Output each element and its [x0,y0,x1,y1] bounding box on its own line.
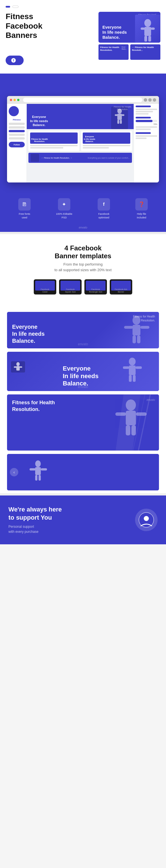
fb-browser-ad-sub: Everything you want is outside of your c… [88,157,130,159]
feature-label-fonts: Free fontsused [18,212,31,219]
badge-fb-banners [12,6,19,8]
facebook-button[interactable]: f [6,56,24,65]
fb-cover-text: EveryoneIn life needsBalance. [30,115,48,127]
image-post-figure [21,458,55,486]
fb-progress-fill-1 [136,120,153,122]
svg-rect-23 [129,366,136,375]
svg-rect-13 [133,325,140,336]
fb-sidebar-item-4 [9,137,25,140]
cover-banner-right: Fitness for HealthResolution. [133,315,155,322]
svg-rect-3 [151,28,155,30]
svg-rect-1 [144,27,151,36]
browser-url-bar [23,98,142,102]
ads-size-label [6,348,160,352]
svg-rect-29 [126,411,136,425]
fb-main-content: EveryoneIn life needsBalance. Fitness fo… [27,104,134,183]
image-post-size-label [6,451,160,454]
fb-right-line-3 [136,113,148,115]
svg-point-34 [35,460,41,467]
svg-rect-10 [117,120,119,124]
image-post-banner: ‹ › [7,454,159,490]
feature-item-help: ❓ Help fileincluded [135,198,148,219]
template-thumb-rect: FacebookRectangle Size [84,279,107,294]
section-divider-2 [0,493,166,495]
ads-banner-main-text: EveryoneIn life needsBalance. [63,365,99,387]
feature-label-psd: 100% EditablePSD [56,212,72,219]
preview-main-text: EveryoneIn life needsBalance. [103,25,127,40]
cover-size-label [6,309,160,312]
templates-subtitle: From the top performingto all supported … [6,261,160,273]
svg-rect-14 [124,326,133,329]
fb-right-pages-title [136,117,151,119]
fb-sidebar: Fitness Follow [7,104,27,183]
fb-post-img-2: EveryoneIn life needsBalance. [83,132,130,144]
support-section: We're always hereto support You Personal… [0,495,166,544]
hero-section: FitnessFacebookBanners f Fitness for Hea… [0,0,166,73]
fb-sidebar-item-1 [9,123,25,125]
cover-banner-label: Fitness for HealthResolution. [133,315,155,322]
svg-rect-32 [126,425,130,435]
preview-small-2: ← Fitness for Health Resoluti... [130,44,160,60]
svg-rect-39 [38,475,41,480]
svg-point-41 [144,516,149,521]
fb-right-community-title [136,105,151,107]
support-icon-container [135,509,158,531]
template-thumb-ads: Facebook AdsBanner [110,279,132,294]
template-thumb-square: FacebookSquare Size [59,279,82,294]
support-text: We're always hereto support You Personal… [8,505,62,534]
fb-post-card-2: EveryoneIn life needsBalance. [81,131,132,151]
feature-item-fb: f Facebookoptimised [98,198,110,219]
svg-rect-38 [35,475,37,480]
fb-sidebar-item-2 [9,126,25,129]
ads-banner-figure [111,354,153,391]
browser-actions [144,98,156,102]
fb-right-line-1 [136,108,157,110]
support-svg [139,512,154,527]
svg-rect-9 [121,114,124,116]
fb-post-img-text-2: EveryoneIn life needsBalance. [84,135,95,143]
template-thumb-square-label: FacebookSquare Size [65,288,76,293]
badge-new [6,6,10,7]
feature-item-psd: ✦ 100% EditablePSD [56,198,72,219]
svg-rect-8 [115,114,118,116]
preview-small-2-text: ← Fitness for Health Resoluti... [132,46,159,52]
building-section: Fitness Follow [0,73,166,194]
fb-right-posts-title [136,132,151,134]
fb-progress-pct: 78% [136,123,157,125]
square-banner-text: Fitness for HealthResolution. [12,400,55,413]
banner-previews-section: EveryoneIn life needsBalance. Fitness fo… [0,309,166,493]
svg-rect-26 [129,375,132,382]
square-banner-envato: envato [146,398,155,401]
feature-label-help: Help fileincluded [135,212,148,219]
svg-rect-16 [133,336,136,343]
support-circle [135,509,158,531]
svg-rect-24 [123,366,129,369]
svg-rect-36 [30,468,36,470]
ads-banner: Fitness for HealthResolution. EveryoneIn… [7,352,159,391]
hero-subtitle [6,44,96,50]
svg-rect-5 [148,36,151,41]
svg-rect-35 [35,467,41,475]
browser-action-dot [144,98,147,102]
fb-browser-ad-text: ← Fitness for Health Resolution. → [42,157,72,159]
fb-right-posts-line [136,135,157,137]
template-thumbs-row: FacebookCover FacebookSquare Size Facebo… [6,279,160,294]
preview-small-1: Fitness for HealthResolution. EverBala..… [99,44,129,60]
svg-rect-37 [41,468,47,470]
svg-rect-15 [140,326,149,329]
fb-browser-ad-img [31,154,39,162]
svg-point-0 [144,19,151,27]
svg-rect-19 [16,366,20,371]
browser-bar [7,96,159,104]
fb-post-line-1 [30,145,78,146]
feature-label-fb: Facebookoptimised [98,212,110,219]
preview-small-row: Fitness for HealthResolution. EverBala..… [99,44,160,60]
fb-browser-ad: ← Fitness for Health Resolution. → Every… [28,153,132,163]
svg-point-28 [126,400,136,411]
svg-rect-17 [137,336,140,343]
features-row: 🖹 Free fontsused ✦ 100% EditablePSD f Fa… [0,194,166,226]
template-thumb-rect-label: FacebookRectangle Size [89,288,102,293]
browser-content: Fitness Follow [7,104,159,183]
preview-small-1-text: Fitness for HealthResolution. [100,46,127,52]
browser-dot-1 [10,99,12,101]
